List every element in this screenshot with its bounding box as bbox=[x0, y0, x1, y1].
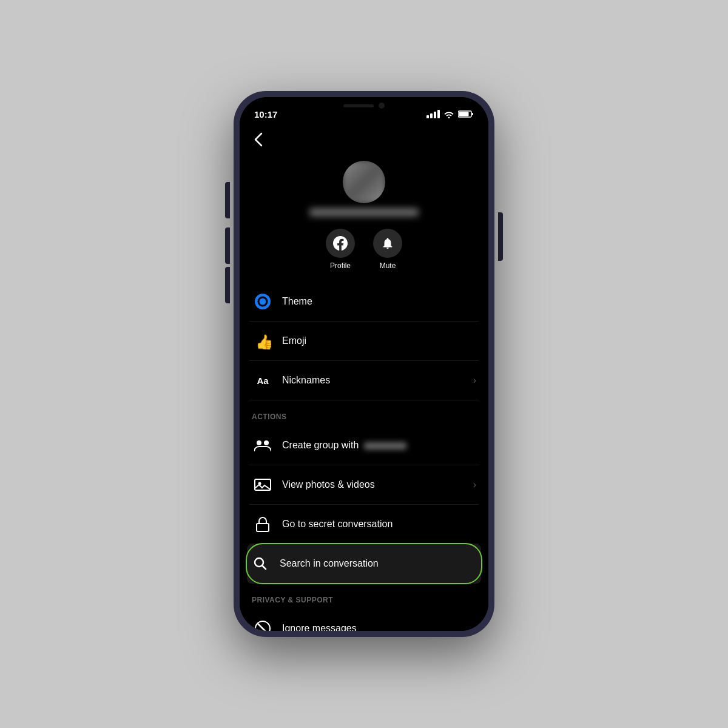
theme-label: Theme bbox=[282, 296, 476, 307]
header bbox=[240, 124, 488, 153]
notch bbox=[325, 97, 403, 114]
theme-item[interactable]: Theme bbox=[249, 282, 479, 322]
scroll-content[interactable]: Profile Mute bbox=[240, 124, 488, 631]
svg-rect-1 bbox=[459, 112, 469, 116]
nicknames-item[interactable]: Aa Nicknames › bbox=[249, 361, 479, 400]
ignore-icon bbox=[252, 618, 274, 631]
view-photos-label: View photos & videos bbox=[282, 479, 473, 490]
create-group-icon bbox=[252, 434, 274, 456]
create-group-item[interactable]: Create group with bbox=[249, 426, 479, 465]
speaker bbox=[343, 104, 374, 107]
theme-icon bbox=[252, 291, 274, 312]
search-conversation-label: Search in conversation bbox=[280, 558, 479, 569]
nicknames-icon: Aa bbox=[252, 369, 274, 391]
screen: 10:17 bbox=[240, 97, 488, 631]
profile-section: Profile Mute bbox=[240, 153, 488, 282]
back-button[interactable] bbox=[252, 130, 265, 153]
ignore-messages-label: Ignore messages bbox=[282, 623, 476, 631]
signal-icon bbox=[426, 110, 440, 118]
camera bbox=[379, 103, 385, 109]
secret-conversation-item[interactable]: Go to secret conversation bbox=[249, 505, 479, 544]
nicknames-chevron: › bbox=[473, 375, 476, 386]
battery-icon bbox=[458, 110, 474, 118]
view-photos-item[interactable]: View photos & videos › bbox=[249, 465, 479, 505]
view-photos-icon bbox=[252, 474, 274, 496]
status-time: 10:17 bbox=[254, 109, 277, 120]
privacy-header: PRIVACY & SUPPORT bbox=[249, 584, 479, 609]
search-conversation-item[interactable]: Search in conversation bbox=[247, 544, 481, 584]
emoji-icon: 👍 bbox=[252, 330, 274, 352]
profile-actions: Profile Mute bbox=[326, 229, 402, 270]
ignore-messages-item[interactable]: Ignore messages bbox=[249, 609, 479, 631]
svg-text:👍: 👍 bbox=[255, 333, 271, 349]
mute-label: Mute bbox=[380, 261, 396, 270]
facebook-icon bbox=[333, 236, 348, 251]
nicknames-label: Nicknames bbox=[282, 375, 473, 386]
actions-header: ACTIONS bbox=[249, 400, 479, 426]
mute-icon-circle bbox=[373, 229, 402, 258]
svg-point-7 bbox=[257, 440, 261, 445]
avatar-image bbox=[343, 161, 385, 203]
status-bar: 10:17 bbox=[240, 97, 488, 124]
svg-rect-2 bbox=[472, 113, 474, 115]
wifi-icon bbox=[443, 110, 454, 118]
create-group-label: Create group with bbox=[282, 440, 476, 451]
profile-icon-circle bbox=[326, 229, 355, 258]
main-menu: Theme 👍 Emoji Aa bbox=[240, 282, 488, 631]
avatar bbox=[343, 161, 385, 203]
phone-frame: 10:17 bbox=[234, 91, 494, 637]
profile-button[interactable]: Profile bbox=[326, 229, 355, 270]
status-icons bbox=[426, 110, 474, 118]
emoji-item[interactable]: 👍 Emoji bbox=[249, 322, 479, 361]
svg-point-5 bbox=[260, 299, 265, 304]
lock-icon bbox=[252, 513, 274, 535]
emoji-label: Emoji bbox=[282, 335, 476, 346]
username-redacted bbox=[309, 208, 419, 217]
svg-rect-11 bbox=[257, 524, 269, 531]
view-photos-chevron: › bbox=[473, 479, 476, 490]
bell-icon bbox=[381, 237, 394, 250]
create-group-name-redacted bbox=[364, 442, 406, 450]
profile-label: Profile bbox=[330, 261, 351, 270]
svg-point-8 bbox=[264, 440, 269, 445]
mute-button[interactable]: Mute bbox=[373, 229, 402, 270]
search-icon bbox=[249, 553, 271, 575]
phone-screen: 10:17 bbox=[240, 97, 488, 631]
secret-conversation-label: Go to secret conversation bbox=[282, 519, 476, 530]
